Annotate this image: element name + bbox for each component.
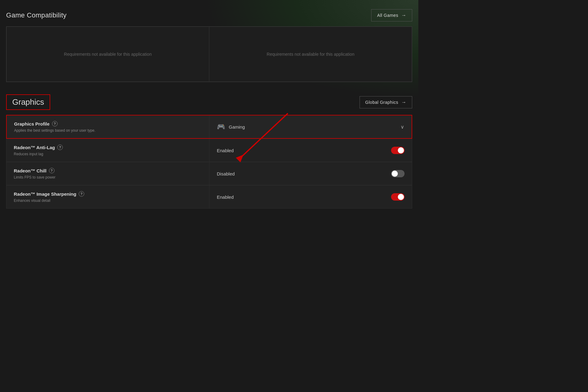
image-sharpening-name: Radeon™ Image Sharpening bbox=[14, 191, 76, 197]
chill-help-icon[interactable]: ? bbox=[49, 168, 55, 173]
anti-lag-toggle[interactable] bbox=[391, 147, 405, 154]
anti-lag-desc: Reduces input lag bbox=[14, 152, 202, 156]
graphics-title: Graphics bbox=[12, 97, 44, 107]
image-sharpening-row: Radeon™ Image Sharpening ? Enhances visu… bbox=[6, 185, 412, 209]
graphics-profile-value: Gaming bbox=[229, 124, 397, 130]
requirements-text-left: Requirements not available for this appl… bbox=[64, 52, 152, 57]
image-sharpening-toggle-track bbox=[391, 193, 405, 201]
image-sharpening-value: Enabled bbox=[217, 194, 387, 200]
graphics-header: Graphics Global Graphics → bbox=[6, 94, 412, 110]
all-games-label: All Games bbox=[377, 13, 398, 18]
chill-label: Radeon™ Chill ? Limits FPS to save power bbox=[6, 162, 209, 185]
settings-container: Graphics Profile ? Applies the best sett… bbox=[6, 115, 412, 209]
all-games-button[interactable]: All Games → bbox=[371, 9, 412, 21]
image-sharpening-control: Enabled bbox=[209, 186, 412, 208]
graphics-section: Graphics Global Graphics → Graphics Prof… bbox=[6, 94, 412, 209]
graphics-title-box: Graphics bbox=[6, 94, 50, 110]
requirements-grid: Requirements not available for this appl… bbox=[6, 26, 412, 82]
anti-lag-name: Radeon™ Anti-Lag bbox=[14, 145, 55, 150]
anti-lag-title: Radeon™ Anti-Lag ? bbox=[14, 145, 202, 150]
anti-lag-toggle-track bbox=[391, 147, 405, 154]
graphics-profile-row: Graphics Profile ? Applies the best sett… bbox=[6, 115, 412, 139]
image-sharpening-title: Radeon™ Image Sharpening ? bbox=[14, 191, 202, 197]
graphics-profile-help-icon[interactable]: ? bbox=[52, 121, 58, 126]
chill-toggle[interactable] bbox=[391, 170, 405, 177]
anti-lag-label: Radeon™ Anti-Lag ? Reduces input lag bbox=[6, 139, 209, 162]
chill-control: Disabled bbox=[209, 162, 412, 185]
anti-lag-control: Enabled bbox=[209, 139, 412, 162]
image-sharpening-toggle[interactable] bbox=[391, 193, 405, 201]
global-graphics-label: Global Graphics bbox=[365, 100, 398, 105]
chill-value: Disabled bbox=[217, 171, 387, 176]
graphics-profile-control[interactable]: 🎮 Gaming ∨ bbox=[209, 115, 412, 138]
graphics-profile-desc: Applies the best settings based on your … bbox=[14, 128, 202, 133]
chill-name: Radeon™ Chill bbox=[14, 168, 47, 173]
all-games-arrow-icon: → bbox=[401, 13, 407, 18]
graphics-profile-label: Graphics Profile ? Applies the best sett… bbox=[7, 115, 209, 138]
anti-lag-toggle-knob bbox=[398, 147, 404, 153]
image-sharpening-label: Radeon™ Image Sharpening ? Enhances visu… bbox=[6, 186, 209, 208]
anti-lag-row: Radeon™ Anti-Lag ? Reduces input lag Ena… bbox=[6, 139, 412, 162]
global-graphics-arrow-icon: → bbox=[401, 100, 407, 105]
game-compatibility-title: Game Compatibility bbox=[6, 11, 66, 19]
chill-row: Radeon™ Chill ? Limits FPS to save power… bbox=[6, 162, 412, 185]
chill-toggle-track bbox=[391, 170, 405, 177]
global-graphics-button[interactable]: Global Graphics → bbox=[360, 96, 412, 108]
image-sharpening-toggle-knob bbox=[398, 194, 404, 200]
anti-lag-help-icon[interactable]: ? bbox=[57, 145, 63, 150]
chill-toggle-knob bbox=[392, 171, 398, 177]
anti-lag-value: Enabled bbox=[217, 148, 387, 153]
requirements-box-right: Requirements not available for this appl… bbox=[209, 27, 412, 82]
image-sharpening-desc: Enhances visual detail bbox=[14, 198, 202, 203]
graphics-profile-name: Graphics Profile bbox=[14, 121, 50, 126]
chevron-down-icon: ∨ bbox=[401, 124, 404, 130]
graphics-profile-dropdown[interactable]: 🎮 Gaming ∨ bbox=[217, 123, 404, 131]
chill-title: Radeon™ Chill ? bbox=[14, 168, 202, 173]
requirements-text-right: Requirements not available for this appl… bbox=[267, 52, 354, 57]
requirements-box-left: Requirements not available for this appl… bbox=[6, 27, 209, 82]
graphics-profile-title: Graphics Profile ? bbox=[14, 121, 202, 126]
image-sharpening-help-icon[interactable]: ? bbox=[79, 191, 84, 197]
gamepad-icon: 🎮 bbox=[217, 123, 225, 131]
chill-desc: Limits FPS to save power bbox=[14, 175, 202, 179]
